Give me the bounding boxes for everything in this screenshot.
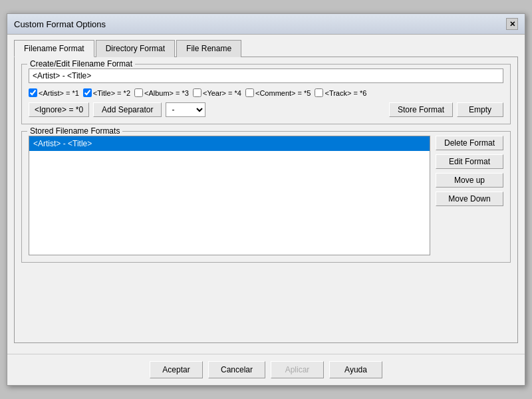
- list-item[interactable]: <Artist> - <Title>: [29, 136, 430, 151]
- edit-format-button[interactable]: Edit Format: [436, 154, 503, 169]
- checkbox-track-input[interactable]: [315, 88, 323, 97]
- checkbox-album-label: <Album> = *3: [144, 89, 189, 97]
- checkbox-comment: <Comment> = *5: [245, 88, 311, 97]
- checkbox-year-input[interactable]: [193, 88, 201, 97]
- dialog-window: Custom Format Options ✕ Filename Format …: [7, 13, 525, 386]
- stored-formats-layout: <Artist> - <Title> Delete Format Edit Fo…: [29, 136, 503, 255]
- formats-list[interactable]: <Artist> - <Title>: [29, 136, 430, 255]
- stored-formats-group: Stored Filename Formats <Artist> - <Titl…: [21, 131, 511, 263]
- tab-filerename[interactable]: File Rename: [176, 40, 241, 57]
- tab-directory[interactable]: Directory Format: [96, 40, 175, 57]
- checkbox-artist: <Artist> = *1: [29, 88, 79, 97]
- create-edit-group: Create/Edit Filename Format <Artist> = *…: [21, 64, 511, 124]
- create-edit-legend: Create/Edit Filename Format: [27, 59, 135, 68]
- checkbox-title-input[interactable]: [83, 88, 92, 97]
- format-input[interactable]: [29, 68, 503, 83]
- checkbox-track: <Track> = *6: [315, 88, 366, 97]
- checkbox-album: <Album> = *3: [134, 88, 189, 97]
- checkbox-album-input[interactable]: [134, 88, 143, 97]
- formats-buttons: Delete Format Edit Format Move up Move D…: [436, 136, 503, 255]
- ayuda-button[interactable]: Ayuda: [329, 361, 382, 378]
- checkbox-year-label: <Year> = *4: [203, 89, 241, 97]
- checkboxes-row: <Artist> = *1 <Title> = *2 <Album> = *3 …: [29, 88, 503, 97]
- dialog-footer: Aceptar Cancelar Aplicar Ayuda: [7, 354, 525, 385]
- ignore-button[interactable]: <Ignore> = *0: [29, 102, 89, 117]
- checkbox-artist-label: <Artist> = *1: [39, 89, 79, 97]
- checkbox-track-label: <Track> = *6: [325, 89, 366, 97]
- delete-format-button[interactable]: Delete Format: [436, 136, 503, 150]
- stored-formats-legend: Stored Filename Formats: [27, 126, 122, 136]
- tab-filename[interactable]: Filename Format: [14, 40, 94, 57]
- empty-button[interactable]: Empty: [457, 102, 503, 117]
- tab-content: Create/Edit Filename Format <Artist> = *…: [14, 57, 518, 343]
- title-bar: Custom Format Options ✕: [7, 14, 525, 35]
- store-format-button[interactable]: Store Format: [389, 102, 453, 117]
- tab-bar: Filename Format Directory Format File Re…: [14, 40, 518, 57]
- checkbox-comment-input[interactable]: [245, 88, 254, 97]
- checkbox-title-label: <Title> = *2: [93, 89, 130, 97]
- checkbox-comment-label: <Comment> = *5: [255, 89, 311, 97]
- checkbox-year: <Year> = *4: [193, 88, 241, 97]
- actions-row: <Ignore> = *0 Add Separator - _ . Store …: [29, 102, 503, 117]
- close-button[interactable]: ✕: [506, 18, 518, 30]
- aceptar-button[interactable]: Aceptar: [150, 361, 203, 378]
- move-down-button[interactable]: Move Down: [436, 192, 503, 206]
- move-up-button[interactable]: Move up: [436, 173, 503, 188]
- add-separator-button[interactable]: Add Separator: [93, 102, 162, 117]
- separator-select[interactable]: - _ .: [166, 102, 205, 117]
- dialog-title: Custom Format Options: [14, 19, 106, 29]
- aplicar-button: Aplicar: [271, 361, 324, 378]
- dialog-body: Filename Format Directory Format File Re…: [7, 35, 525, 348]
- checkbox-artist-input[interactable]: [29, 88, 37, 97]
- checkbox-title: <Title> = *2: [83, 88, 130, 97]
- cancelar-button[interactable]: Cancelar: [208, 361, 265, 378]
